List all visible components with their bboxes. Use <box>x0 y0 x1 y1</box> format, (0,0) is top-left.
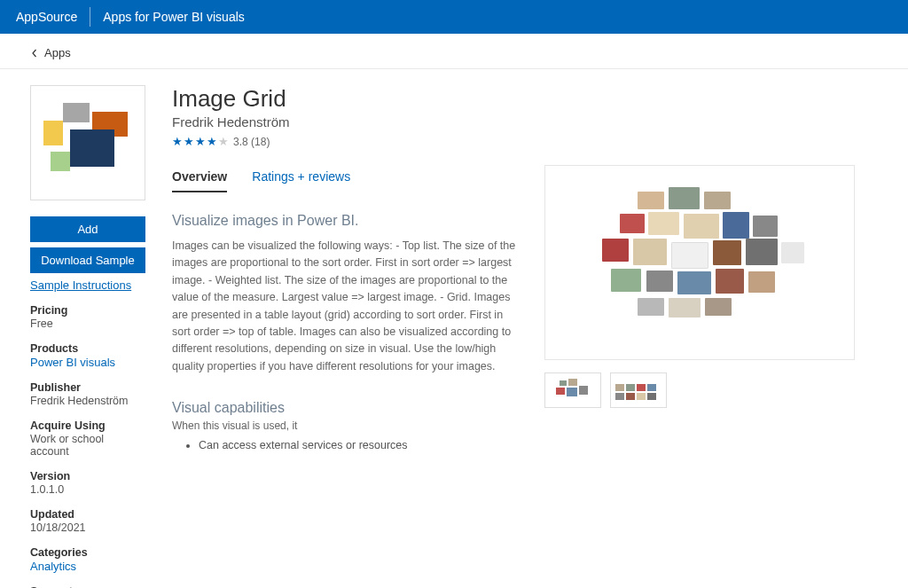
meta-publisher: Publisher Fredrik Hedenström <box>30 381 145 407</box>
appsource-brand[interactable]: AppSource <box>16 10 77 24</box>
meta-updated: Updated 10/18/2021 <box>30 508 145 534</box>
chevron-left-icon <box>30 49 39 58</box>
rating-count: (18) <box>251 136 270 148</box>
app-author: Fredrik Hedenström <box>172 114 518 129</box>
thumbnail-1[interactable] <box>544 372 601 408</box>
topbar-divider <box>90 7 90 27</box>
breadcrumb[interactable]: Apps <box>0 34 908 69</box>
thumbnail-2[interactable] <box>610 372 667 408</box>
add-button[interactable]: Add <box>30 216 145 242</box>
capabilities-list: Can access external services or resource… <box>172 439 518 451</box>
capabilities-subtext: When this visual is used, it <box>172 419 518 432</box>
meta-categories: Categories Analytics <box>30 546 145 573</box>
overview-headline: Visualize images in Power BI. <box>172 213 518 229</box>
topbar-subtitle[interactable]: Apps for Power BI visuals <box>103 10 245 24</box>
capability-item: Can access external services or resource… <box>199 439 518 451</box>
meta-acquire: Acquire Using Work or school account <box>30 419 145 458</box>
preview-column <box>544 85 890 588</box>
star-icons: ★★★★★ <box>172 135 230 148</box>
rating-row[interactable]: ★★★★★ 3.8 (18) <box>172 135 518 148</box>
app-title: Image Grid <box>172 85 518 113</box>
preview-image-large[interactable] <box>544 165 855 360</box>
top-bar: AppSource Apps for Power BI visuals <box>0 0 908 34</box>
main-column: Image Grid Fredrik Hedenström ★★★★★ 3.8 … <box>172 85 518 588</box>
tab-ratings[interactable]: Ratings + reviews <box>252 164 350 192</box>
sample-instructions-link[interactable]: Sample Instructions <box>30 278 131 292</box>
tab-overview[interactable]: Overview <box>172 164 227 192</box>
download-sample-button[interactable]: Download Sample <box>30 247 145 273</box>
categories-link[interactable]: Analytics <box>30 560 145 573</box>
rating-value: 3.8 <box>233 136 248 148</box>
meta-version: Version 1.0.1.0 <box>30 470 145 496</box>
breadcrumb-back-label: Apps <box>44 46 71 59</box>
meta-products: Products Power BI visuals <box>30 342 145 369</box>
products-link[interactable]: Power BI visuals <box>30 356 145 369</box>
left-sidebar: Add Download Sample Sample Instructions … <box>30 85 145 588</box>
tabs: Overview Ratings + reviews <box>172 164 518 193</box>
meta-pricing: Pricing Free <box>30 304 145 330</box>
overview-description: Images can be visualized the following w… <box>172 238 518 375</box>
capabilities-heading: Visual capabilities <box>172 400 518 416</box>
preview-thumbnails <box>544 372 890 408</box>
app-icon <box>30 85 145 200</box>
